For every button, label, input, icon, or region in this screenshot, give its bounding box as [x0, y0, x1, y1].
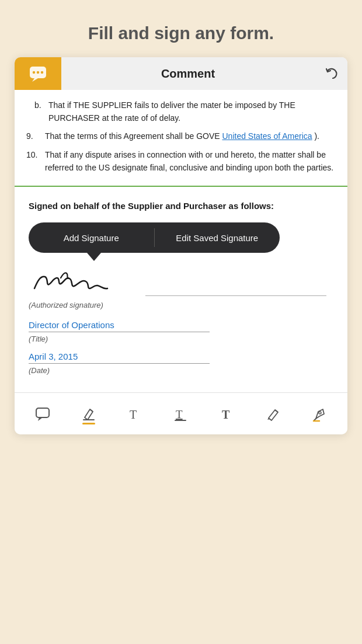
- svg-point-2: [33, 71, 35, 74]
- pencil-underline-icon: [81, 406, 97, 422]
- toolbar-active-indicator: [82, 423, 95, 424]
- svg-text:T: T: [222, 408, 230, 421]
- toolbar-text-plain[interactable]: T: [122, 402, 148, 426]
- toolbar-pencil-underline[interactable]: [76, 402, 102, 426]
- comment-icon: [27, 63, 48, 84]
- pen-nib-icon: [311, 406, 328, 422]
- toolbar-pen-nib[interactable]: [307, 402, 332, 426]
- toolbar-text-underline[interactable]: T: [168, 402, 194, 426]
- date-value[interactable]: April 3, 2015: [29, 351, 210, 364]
- undo-button[interactable]: [315, 65, 347, 82]
- bottom-toolbar: T T T: [15, 392, 347, 434]
- toolbar-comment[interactable]: [30, 402, 55, 426]
- svg-line-8: [90, 409, 93, 412]
- title-field: Director of Operations (Title): [29, 320, 333, 343]
- item-num-9: 9.: [26, 130, 45, 143]
- signed-area: Signed on behalf of the Supplier and Pur…: [15, 187, 347, 392]
- signature-image: [29, 263, 333, 298]
- svg-line-13: [275, 410, 278, 412]
- sig-pointer: [87, 253, 101, 261]
- toolbar-text-bold[interactable]: T: [214, 402, 240, 426]
- svg-line-15: [314, 419, 316, 420]
- usa-link[interactable]: United States of America: [222, 131, 312, 141]
- item-num-10: 10.: [26, 149, 45, 174]
- svg-point-14: [319, 412, 321, 414]
- comment-icon-wrap[interactable]: [15, 57, 61, 90]
- svg-text:T: T: [130, 408, 137, 421]
- comment-toolbar-icon: [34, 406, 51, 422]
- svg-point-3: [37, 71, 39, 74]
- authorized-label: (Authorized signature): [29, 301, 333, 309]
- topbar-title: Comment: [61, 67, 315, 81]
- document-area: b. That if THE SUPPLIER fails to deliver…: [15, 90, 347, 187]
- text-plain-icon: T: [127, 406, 143, 422]
- title-value[interactable]: Director of Operations: [29, 320, 210, 332]
- signature-buttons: Add Signature Edit Saved Signature: [29, 222, 280, 253]
- signature-container: (Authorized signature): [29, 263, 333, 309]
- toolbar-pencil[interactable]: [260, 402, 286, 426]
- svg-text:T: T: [176, 408, 183, 420]
- app-title: Fill and sign any form.: [76, 0, 286, 57]
- text-underline-icon: T: [173, 406, 189, 422]
- title-label: (Title): [29, 335, 333, 343]
- svg-marker-1: [32, 78, 38, 82]
- sub-text-b: That if THE SUPPLIER fails to deliver th…: [48, 99, 336, 124]
- edit-signature-button[interactable]: Edit Saved Signature: [155, 222, 280, 253]
- add-signature-button[interactable]: Add Signature: [29, 222, 154, 253]
- text-bold-icon: T: [219, 406, 235, 422]
- signature-svg: [29, 264, 145, 296]
- item-text-10: That if any dispute arises in connection…: [45, 149, 336, 174]
- item-text-9: That the terms of this Agreement shall b…: [45, 130, 319, 143]
- signed-heading: Signed on behalf of the Supplier and Pur…: [29, 201, 333, 211]
- sub-letter-b: b.: [34, 99, 48, 124]
- top-bar: Comment: [15, 57, 347, 90]
- date-label: (Date): [29, 366, 333, 375]
- signature-underline: [145, 295, 326, 296]
- main-card: Comment b. That if THE SUPPLIER fails to…: [15, 57, 347, 434]
- pencil-icon: [265, 406, 281, 422]
- svg-rect-5: [36, 408, 49, 417]
- doc-item-9: 9. That the terms of this Agreement shal…: [26, 130, 336, 143]
- svg-point-4: [41, 71, 43, 74]
- doc-item-10: 10. That if any dispute arises in connec…: [26, 149, 336, 174]
- doc-sub-b: b. That if THE SUPPLIER fails to deliver…: [26, 99, 336, 124]
- date-field: April 3, 2015 (Date): [29, 351, 333, 375]
